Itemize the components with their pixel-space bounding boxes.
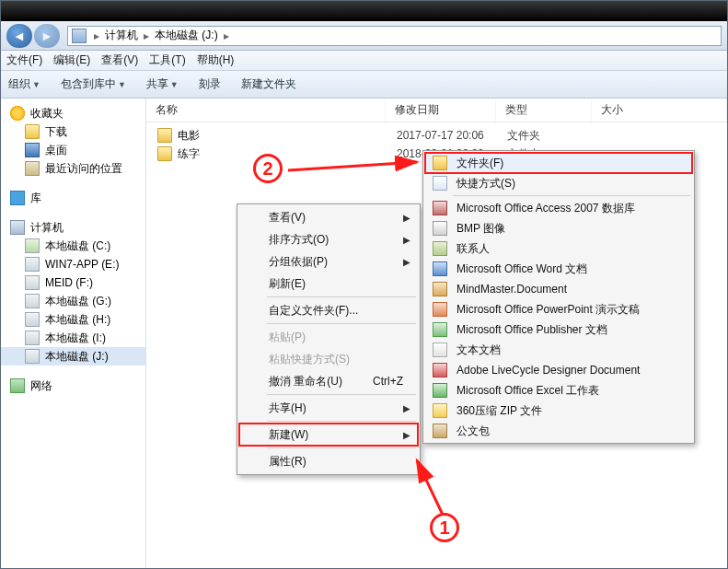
new-word[interactable]: Microsoft Office Word 文档 [425, 259, 692, 279]
back-button[interactable]: ◄ [6, 24, 32, 48]
menu-help[interactable]: 帮助(H) [197, 52, 235, 68]
new-adobe[interactable]: Adobe LiveCycle Designer Document [425, 360, 692, 380]
col-type[interactable]: 类型 [496, 99, 592, 122]
address-bar[interactable]: ▸ 计算机 ▸ 本地磁盘 (J:) ▸ [67, 26, 722, 46]
ctx-refresh[interactable]: 刷新(E) [239, 273, 418, 295]
ctx-customize[interactable]: 自定义文件夹(F)... [239, 299, 418, 321]
menu-file[interactable]: 文件(F) [6, 52, 42, 68]
tb-share[interactable]: 共享 ▼ [146, 76, 179, 92]
ctx-paste: 粘贴(P) [239, 326, 418, 348]
ctx-paste-shortcut: 粘贴快捷方式(S) [239, 348, 418, 370]
side-favorites[interactable]: 收藏夹 [1, 104, 145, 122]
col-name[interactable]: 名称 [146, 99, 386, 122]
new-zip[interactable]: 360压缩 ZIP 文件 [425, 401, 692, 421]
side-drive-h[interactable]: 本地磁盘 (H:) [1, 310, 145, 329]
ctx-undo[interactable]: 撤消 重命名(U)Ctrl+Z [239, 370, 418, 392]
drive-icon [72, 29, 87, 43]
side-drive-j[interactable]: 本地磁盘 (J:) [1, 347, 145, 366]
nav-bar: ◄ ► ▸ 计算机 ▸ 本地磁盘 (J:) ▸ [1, 21, 727, 51]
tb-organize[interactable]: 组织 ▼ [8, 76, 40, 92]
context-menu: 查看(V)▶ 排序方式(O)▶ 分组依据(P)▶ 刷新(E) 自定义文件夹(F)… [237, 203, 421, 475]
side-drive-f[interactable]: MEID (F:) [1, 273, 145, 292]
side-recent[interactable]: 最近访问的位置 [1, 159, 145, 178]
side-computer[interactable]: 计算机 [1, 218, 145, 237]
forward-button[interactable]: ► [34, 24, 60, 48]
annotation-1: 1 [430, 513, 459, 542]
folder-icon [157, 146, 172, 161]
side-drive-g[interactable]: 本地磁盘 (G:) [1, 292, 145, 310]
side-network[interactable]: 网络 [1, 377, 145, 395]
annotation-2: 2 [253, 154, 283, 183]
new-txt[interactable]: 文本文档 [425, 340, 692, 360]
ctx-group[interactable]: 分组依据(P)▶ [239, 250, 418, 273]
side-libraries[interactable]: 库 [1, 189, 145, 207]
titlebar [1, 1, 727, 21]
tb-burn[interactable]: 刻录 [199, 76, 221, 92]
menu-bar: 文件(F) 编辑(E) 查看(V) 工具(T) 帮助(H) [1, 51, 727, 71]
toolbar: 组织 ▼ 包含到库中 ▼ 共享 ▼ 刻录 新建文件夹 [1, 71, 727, 99]
col-size[interactable]: 大小 [592, 99, 727, 122]
ctx-new[interactable]: 新建(W)▶ [239, 424, 418, 446]
new-briefcase[interactable]: 公文包 [425, 421, 692, 441]
nav-pane: 收藏夹 下载 桌面 最近访问的位置 库 计算机 本地磁盘 (C:) WIN7-A… [1, 99, 146, 568]
new-shortcut[interactable]: 快捷方式(S) [425, 173, 692, 193]
new-submenu: 文件夹(F) 快捷方式(S) Microsoft Office Access 2… [422, 150, 695, 444]
menu-tools[interactable]: 工具(T) [149, 52, 185, 68]
tb-include[interactable]: 包含到库中 ▼ [61, 76, 126, 92]
side-drive-e[interactable]: WIN7-APP (E:) [1, 255, 145, 273]
explorer-window: ◄ ► ▸ 计算机 ▸ 本地磁盘 (J:) ▸ 文件(F) 编辑(E) 查看(V… [0, 0, 728, 569]
new-ppt[interactable]: Microsoft Office PowerPoint 演示文稿 [425, 299, 692, 319]
folder-icon [157, 128, 172, 143]
ctx-properties[interactable]: 属性(R) [239, 450, 418, 472]
new-bmp[interactable]: BMP 图像 [425, 218, 692, 238]
new-mindmaster[interactable]: MindMaster.Document [425, 279, 692, 299]
ctx-share[interactable]: 共享(H)▶ [239, 397, 418, 419]
menu-view[interactable]: 查看(V) [101, 52, 138, 68]
side-downloads[interactable]: 下载 [1, 122, 145, 141]
new-folder[interactable]: 文件夹(F) [425, 153, 692, 173]
column-headers: 名称 修改日期 类型 大小 [146, 99, 727, 122]
menu-edit[interactable]: 编辑(E) [53, 52, 90, 68]
side-desktop[interactable]: 桌面 [1, 141, 145, 159]
list-item[interactable]: 电影 2017-07-17 20:06 文件夹 [146, 126, 727, 145]
new-contact[interactable]: 联系人 [425, 238, 692, 259]
breadcrumb-root[interactable]: 计算机 [103, 28, 140, 43]
new-publisher[interactable]: Microsoft Office Publisher 文档 [425, 319, 692, 340]
tb-newfolder[interactable]: 新建文件夹 [241, 76, 296, 92]
breadcrumb-drive[interactable]: 本地磁盘 (J:) [153, 28, 220, 43]
side-drive-i[interactable]: 本地磁盘 (I:) [1, 329, 145, 347]
col-date[interactable]: 修改日期 [386, 99, 496, 122]
new-access[interactable]: Microsoft Office Access 2007 数据库 [425, 198, 692, 218]
side-drive-c[interactable]: 本地磁盘 (C:) [1, 237, 145, 255]
new-excel[interactable]: Microsoft Office Excel 工作表 [425, 380, 692, 401]
ctx-sort[interactable]: 排序方式(O)▶ [239, 228, 418, 250]
ctx-view[interactable]: 查看(V)▶ [239, 206, 418, 228]
